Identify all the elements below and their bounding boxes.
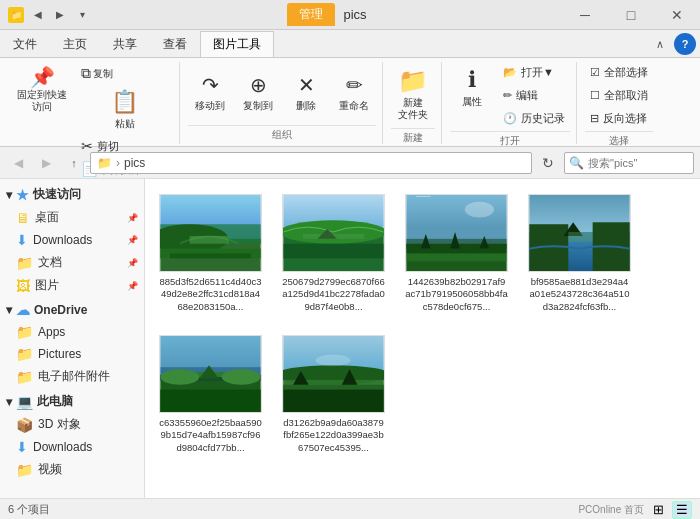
select-all-label: 全部选择 xyxy=(604,65,648,80)
forward-quick-btn[interactable]: ▶ xyxy=(50,5,70,25)
quick-access-section: ▾ ★ 快速访问 🖥 桌面 📌 ⬇ Downloads 📌 📁 文档 📌 🖼 xyxy=(0,183,144,297)
quick-access-header[interactable]: ▾ ★ 快速访问 xyxy=(0,183,144,206)
sidebar-item-apps[interactable]: 📁 Apps xyxy=(0,321,144,343)
props-btn[interactable]: ℹ 属性 xyxy=(450,62,494,114)
edit-btn[interactable]: ✏ 编辑 xyxy=(498,85,570,106)
documents-label: 文档 xyxy=(38,254,62,271)
sidebar-item-desktop[interactable]: 🖥 桌面 📌 xyxy=(0,206,144,229)
pin-to-quick-access-btn[interactable]: 📌 固定到快速访问 xyxy=(10,62,74,118)
svg-rect-28 xyxy=(160,390,260,412)
pics-label: Pictures xyxy=(38,347,81,361)
list-item[interactable]: c63355960e2f25baa5909b15d7e4afb15987cf96… xyxy=(153,328,268,461)
maximize-button[interactable]: □ xyxy=(608,0,654,30)
svg-rect-5 xyxy=(170,253,251,258)
this-pc-header[interactable]: ▾ 💻 此电脑 xyxy=(0,390,144,413)
path-separator: › xyxy=(116,156,120,170)
quick-access-chevron: ▾ xyxy=(6,188,12,202)
list-item[interactable]: d31262b9a9da60a3879fbf265e122d0a399ae3b6… xyxy=(276,328,391,461)
refresh-button[interactable]: ↻ xyxy=(536,151,560,175)
open-group-content: ℹ 属性 📂 打开▼ ✏ 编辑 🕐 历史记录 xyxy=(450,62,570,129)
back-button[interactable]: ◀ xyxy=(6,151,30,175)
sidebar-item-pics[interactable]: 📁 Pictures xyxy=(0,343,144,365)
svg-rect-22 xyxy=(568,232,592,242)
title-bar: 📁 ◀ ▶ ▾ 管理 pics ─ □ ✕ xyxy=(0,0,700,30)
address-input[interactable]: 📁 › pics xyxy=(90,152,532,174)
onedrive-label: OneDrive xyxy=(34,303,87,317)
downloads-label: Downloads xyxy=(33,233,92,247)
ribbon: 文件 主页 共享 查看 图片工具 ∧ ? 📌 固定到快速访问 ⧉ 复制 xyxy=(0,30,700,147)
props-icon: ℹ xyxy=(468,67,476,93)
minimize-button[interactable]: ─ xyxy=(562,0,608,30)
sidebar-item-pictures[interactable]: 🖼 图片 📌 xyxy=(0,274,144,297)
history-btn[interactable]: 🕐 历史记录 xyxy=(498,108,570,129)
pin-btn-label: 固定到快速访问 xyxy=(17,89,67,113)
down-quick-btn[interactable]: ▾ xyxy=(72,5,92,25)
status-bar: 6 个项目 PCOnline 首页 ⊞ ☰ xyxy=(0,498,700,519)
tab-home[interactable]: 主页 xyxy=(50,31,100,57)
svg-point-17 xyxy=(465,202,494,218)
select-none-btn[interactable]: ☐ 全部取消 xyxy=(585,85,653,106)
new-label: 新建 xyxy=(391,128,435,147)
invert-select-btn[interactable]: ⊟ 反向选择 xyxy=(585,108,652,129)
window-controls: ─ □ ✕ xyxy=(562,0,700,30)
new-group-content: 📁 新建文件夹 xyxy=(391,62,435,126)
video-label: 视频 xyxy=(38,461,62,478)
move-to-btn[interactable]: ↷ 移动到 xyxy=(188,68,232,118)
main-content: ▾ ★ 快速访问 🖥 桌面 📌 ⬇ Downloads 📌 📁 文档 📌 🖼 xyxy=(0,179,700,498)
forward-button[interactable]: ▶ xyxy=(34,151,58,175)
tab-file[interactable]: 文件 xyxy=(0,31,50,57)
detail-view-btn[interactable]: ☰ xyxy=(672,501,692,519)
help-button[interactable]: ? xyxy=(674,33,696,55)
svg-rect-6 xyxy=(190,236,229,244)
file-thumbnail xyxy=(159,194,262,272)
file-name: bf9585ae881d3e294a4a01e5243728c364a510d3… xyxy=(528,276,631,313)
list-item[interactable]: 1442639b82b02917af9ac71b7919506058bb4fac… xyxy=(399,187,514,320)
tab-share[interactable]: 共享 xyxy=(100,31,150,57)
file-name: 250679d2799ec6870f66a125d9d41bc2278fada0… xyxy=(282,276,385,313)
select-none-icon: ☐ xyxy=(590,89,600,102)
sidebar-item-documents[interactable]: 📁 文档 📌 xyxy=(0,251,144,274)
sidebar-item-3d[interactable]: 📦 3D 对象 xyxy=(0,413,144,436)
select-all-btn[interactable]: ☑ 全部选择 xyxy=(585,62,653,83)
new-group: 📁 新建文件夹 新建 xyxy=(385,62,442,144)
documents-icon: 📁 xyxy=(16,255,33,271)
onedrive-header[interactable]: ▾ ☁ OneDrive xyxy=(0,299,144,321)
star-icon: ★ xyxy=(16,187,29,203)
tab-picture-tools[interactable]: 图片工具 xyxy=(200,31,274,57)
ribbon-collapse-btn[interactable]: ∧ xyxy=(650,31,670,57)
search-input[interactable] xyxy=(588,157,678,169)
rename-btn[interactable]: ✏ 重命名 xyxy=(332,68,376,118)
copy-btn[interactable]: ⧉ 复制 xyxy=(76,62,173,85)
new-folder-btn[interactable]: 📁 新建文件夹 xyxy=(391,62,435,126)
sidebar-item-downloads-pc[interactable]: ⬇ Downloads xyxy=(0,436,144,458)
close-button[interactable]: ✕ xyxy=(654,0,700,30)
organize-label: 组织 xyxy=(188,125,376,144)
svg-point-27 xyxy=(222,369,261,385)
copy-to-label: 复制到 xyxy=(243,99,273,113)
back-quick-btn[interactable]: ◀ xyxy=(28,5,48,25)
list-item[interactable]: 885d3f52d6511c4d40c349d2e8e2ffc31cd818a4… xyxy=(153,187,268,320)
up-button[interactable]: ↑ xyxy=(62,151,86,175)
list-item[interactable]: bf9585ae881d3e294a4a01e5243728c364a510d3… xyxy=(522,187,637,320)
ribbon-content: 📌 固定到快速访问 ⧉ 复制 📋 粘贴 ✂ 剪切 xyxy=(0,58,700,146)
open-btn[interactable]: 📂 打开▼ xyxy=(498,62,570,83)
copy-to-btn[interactable]: ⊕ 复制到 xyxy=(236,68,280,118)
select-group: ☑ 全部选择 ☐ 全部取消 ⊟ 反向选择 选择 xyxy=(579,62,659,144)
sidebar-item-email-attachments[interactable]: 📁 电子邮件附件 xyxy=(0,365,144,388)
manage-tab[interactable]: 管理 xyxy=(287,3,335,26)
select-group-content: ☑ 全部选择 ☐ 全部取消 ⊟ 反向选择 xyxy=(585,62,653,129)
organize-group: ↷ 移动到 ⊕ 复制到 ✕ 删除 ✏ 重命名 组织 xyxy=(182,62,383,144)
svg-point-26 xyxy=(160,369,199,385)
list-item[interactable]: 250679d2799ec6870f66a125d9d41bc2278fada0… xyxy=(276,187,391,320)
paste-label: 粘贴 xyxy=(115,117,135,131)
large-icon-view-btn[interactable]: ⊞ xyxy=(648,501,668,519)
tab-view[interactable]: 查看 xyxy=(150,31,200,57)
select-label: 选择 xyxy=(585,131,653,150)
paste-btn[interactable]: 📋 粘贴 xyxy=(76,86,173,134)
pin-icon: 📌 xyxy=(30,67,55,87)
pin-indicator: 📌 xyxy=(127,213,138,223)
sidebar-item-downloads[interactable]: ⬇ Downloads 📌 xyxy=(0,229,144,251)
delete-btn[interactable]: ✕ 删除 xyxy=(284,68,328,118)
sidebar-item-video[interactable]: 📁 视频 xyxy=(0,458,144,481)
pics-folder-icon: 📁 xyxy=(16,346,33,362)
